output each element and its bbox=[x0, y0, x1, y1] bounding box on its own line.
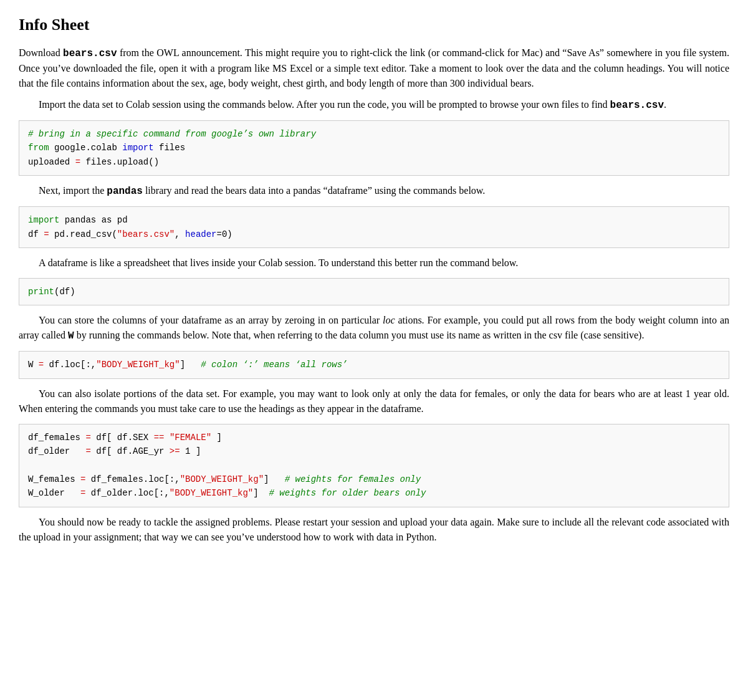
code-keyword-from: from bbox=[28, 143, 49, 153]
paragraph-2: Import the data set to Colab session usi… bbox=[19, 97, 729, 113]
code-comment-1: # bring in a specific command from googl… bbox=[28, 129, 316, 139]
italic-loc: loc bbox=[383, 315, 395, 325]
code-block-2: import pandas as pd df = pd.read_csv("be… bbox=[19, 206, 729, 248]
paragraph-7: You should now be ready to tackle the as… bbox=[19, 515, 729, 545]
inline-code-W: W bbox=[68, 330, 74, 342]
paragraph-5: You can store the columns of your datafr… bbox=[19, 313, 729, 343]
code-op-eq5b: = bbox=[85, 446, 90, 456]
code-keyword-import: import bbox=[122, 143, 153, 153]
paragraph-6: You can also isolate portions of the dat… bbox=[19, 386, 729, 416]
inline-code-bears-csv: bears.csv bbox=[63, 48, 117, 59]
code-op-eq4: = bbox=[39, 360, 44, 370]
code-operator-eq2: = bbox=[44, 229, 49, 239]
code-string-body-weight: "BODY_WEIGHT_kg" bbox=[96, 360, 180, 370]
code-string-bw2: "BODY_WEIGHT_kg" bbox=[170, 488, 253, 498]
paragraph-1: Download bears.csv from the OWL announce… bbox=[19, 46, 729, 91]
code-string-bw1: "BODY_WEIGHT_kg" bbox=[180, 474, 264, 484]
page-title: Info Sheet bbox=[19, 12, 729, 37]
code-op-eq5d: = bbox=[80, 488, 85, 498]
code-keyword-import2: import bbox=[28, 215, 59, 225]
code-comment-colon: # colon ‘:’ means ‘all rows’ bbox=[201, 360, 347, 370]
code-operator-eq: = bbox=[75, 157, 80, 167]
code-string-bears: "bears.csv" bbox=[117, 229, 175, 239]
code-keyword-header: header bbox=[185, 229, 216, 239]
code-comment-older: # weights for older bears only bbox=[269, 488, 426, 498]
code-keyword-print: print bbox=[28, 287, 54, 297]
code-block-5: df_females = df[ df.SEX == "FEMALE" ] df… bbox=[19, 424, 729, 507]
paragraph-4: A dataframe is like a spreadsheet that l… bbox=[19, 256, 729, 271]
code-op-eq5c: = bbox=[80, 474, 85, 484]
code-op-eqeq: == bbox=[154, 433, 165, 443]
code-string-female: "FEMALE" bbox=[170, 433, 211, 443]
code-comment-females: # weights for females only bbox=[285, 474, 421, 484]
code-op-gte: >= bbox=[170, 446, 180, 456]
inline-bold-pandas: pandas bbox=[107, 186, 143, 197]
code-block-1: # bring in a specific command from googl… bbox=[19, 120, 729, 176]
code-block-3: print(df) bbox=[19, 278, 729, 305]
code-block-4: W = df.loc[:,"BODY_WEIGHT_kg"] # colon ‘… bbox=[19, 351, 729, 378]
code-op-eq5a: = bbox=[85, 433, 90, 443]
paragraph-3: Next, import the pandas library and read… bbox=[19, 183, 729, 199]
inline-code-bears-csv-2: bears.csv bbox=[610, 100, 664, 111]
